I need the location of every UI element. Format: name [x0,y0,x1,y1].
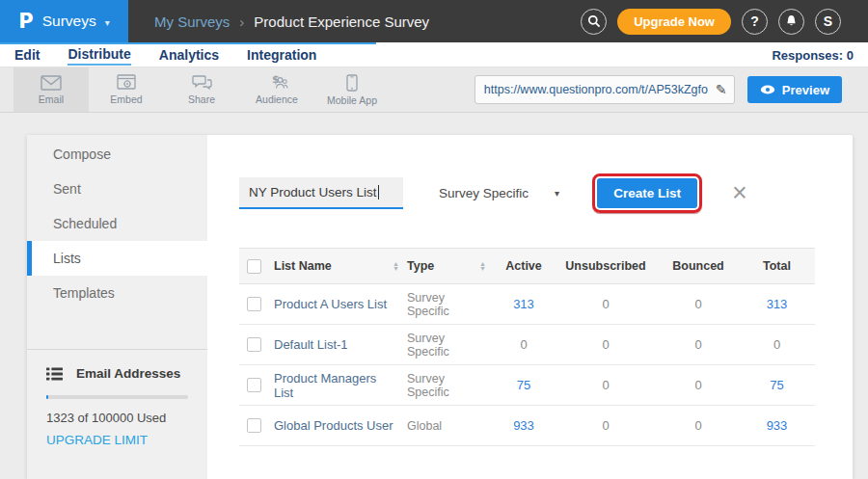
list-type-dropdown[interactable]: Survey Specific ▾ [439,186,559,200]
select-all-checkbox[interactable] [247,259,261,274]
header-type[interactable]: Type ▲▼ [407,259,494,273]
questionpro-app: P Surveys ▾ My Surveys › Product Experie… [0,0,868,479]
email-lists-card: Compose Sent Scheduled Lists Templates E… [27,135,853,479]
help-button[interactable]: ? [742,9,768,35]
account-button[interactable]: S [815,9,841,35]
create-list-form: NY Product Users List Survey Specific ▾ … [239,173,853,213]
tab-embed[interactable]: Embed [89,67,164,112]
product-switcher-label: Surveys [42,13,96,30]
list-type-value: Survey Specific [439,186,529,200]
row-checkbox[interactable] [247,337,261,352]
bounced-count[interactable]: 0 [658,418,739,433]
table-header-row: List Name ▲▼ Type ▲▼ Active Unsubscribed… [239,248,815,284]
unsubscribed-count[interactable]: 0 [554,418,658,433]
unsubscribed-count[interactable]: 0 [554,337,658,352]
table-row: Default List-1 Survey Specific 0 0 0 0 [239,325,815,365]
bounced-count[interactable]: 0 [658,337,739,352]
preview-label: Preview [782,83,829,97]
search-button[interactable] [581,9,607,35]
header-total: Total [739,259,815,273]
nav-analytics[interactable]: Analytics [159,47,219,65]
create-list-button[interactable]: Create List [597,178,697,208]
pencil-icon[interactable]: ✎ [709,82,734,97]
nav-integration[interactable]: Integration [247,47,316,65]
tab-email[interactable]: Email [14,67,89,112]
upgrade-now-button[interactable]: Upgrade Now [617,9,731,35]
row-checkbox[interactable] [247,297,261,311]
active-count[interactable]: 313 [494,297,554,311]
tab-audience-label: Audience [256,93,298,105]
sort-icon[interactable]: ▲▼ [393,261,399,271]
active-count[interactable]: 0 [494,337,554,352]
tab-mobile-app-label: Mobile App [327,94,377,106]
email-usage-progressbar [46,395,188,399]
table-row: Global Products User Global 933 0 0 933 [239,406,815,446]
email-usage-progress-fill [46,395,48,399]
total-count[interactable]: 313 [739,297,815,311]
table-body: Product A Users List Survey Specific 313… [239,284,815,446]
chevron-down-icon: ▾ [555,188,559,199]
list-name-link[interactable]: Default List-1 [274,337,407,352]
list-name-link[interactable]: Product A Users List [274,297,407,311]
list-name-input[interactable]: NY Product Users List [239,177,403,209]
chevron-down-icon: ▾ [105,17,110,28]
list-name-link[interactable]: Product Managers List [274,371,407,400]
tab-email-label: Email [39,93,64,105]
page-body: Compose Sent Scheduled Lists Templates E… [0,113,868,479]
sidebar-item-templates[interactable]: Templates [27,276,207,310]
email-addresses-title-row: Email Addresses [46,366,188,381]
row-checkbox[interactable] [247,378,261,392]
lists-main: NY Product Users List Survey Specific ▾ … [207,135,853,479]
audience-dollar-icon: $ [266,74,288,91]
search-icon [587,14,601,28]
breadcrumb: My Surveys › Product Experience Survey [154,13,429,30]
breadcrumb-my-surveys[interactable]: My Surveys [154,13,230,30]
header-bounced: Bounced [658,259,739,273]
tab-share[interactable]: Share [164,67,239,112]
email-addresses-panel: Email Addresses 1323 of 100000 Used UPGR… [27,349,207,447]
active-count[interactable]: 75 [494,378,554,392]
product-switcher[interactable]: P Surveys ▾ [0,0,128,42]
total-count[interactable]: 0 [739,337,815,352]
responses-count: Responses: 0 [772,48,854,63]
bounced-count[interactable]: 0 [658,378,739,392]
nav-edit[interactable]: Edit [14,47,40,65]
header-list-name[interactable]: List Name ▲▼ [274,259,407,273]
table-row: Product A Users List Survey Specific 313… [239,284,815,325]
sort-icon[interactable]: ▲▼ [479,261,486,271]
total-count[interactable]: 933 [739,418,815,433]
tab-audience[interactable]: $ Audience [239,67,314,112]
nav-distribute[interactable]: Distribute [68,46,130,66]
bounced-count[interactable]: 0 [658,297,739,311]
active-count[interactable]: 933 [494,418,554,433]
unsubscribed-count[interactable]: 0 [554,297,658,311]
survey-url-field[interactable]: https://www.questionpro.com/t/AP53kZgfo … [475,75,735,104]
sidebar-item-sent[interactable]: Sent [27,172,207,206]
header-unsubscribed: Unsubscribed [554,259,658,273]
total-count[interactable]: 75 [739,378,815,392]
email-sidebar: Compose Sent Scheduled Lists Templates E… [27,135,207,479]
preview-button[interactable]: Preview [747,76,842,103]
topbar: P Surveys ▾ My Surveys › Product Experie… [0,0,868,42]
list-name-link[interactable]: Global Products User [274,418,407,433]
unsubscribed-count[interactable]: 0 [554,378,658,392]
survey-url-value: https://www.questionpro.com/t/AP53kZgfo [475,83,709,96]
survey-navbar: Edit Distribute Analytics Integration Re… [0,42,868,67]
row-checkbox[interactable] [247,418,261,433]
sidebar-item-scheduled[interactable]: Scheduled [27,206,207,241]
breadcrumb-separator: › [239,13,244,30]
list-type-value: Survey Specific [407,291,494,318]
toolbar-right: https://www.questionpro.com/t/AP53kZgfo … [475,67,868,112]
tab-embed-label: Embed [110,93,142,105]
questionpro-logo-icon: P [18,9,33,33]
tab-share-label: Share [188,93,215,105]
mobile-phone-icon [346,74,358,92]
tab-mobile-app[interactable]: Mobile App [314,67,390,112]
close-icon[interactable]: × [732,180,747,206]
share-bubbles-icon [192,75,212,91]
sidebar-item-compose[interactable]: Compose [27,137,207,172]
notifications-button[interactable] [778,9,804,35]
sidebar-item-lists[interactable]: Lists [27,241,207,276]
upgrade-limit-link[interactable]: UPGRADE LIMIT [46,433,188,447]
red-highlight-annotation: Create List [592,173,702,213]
